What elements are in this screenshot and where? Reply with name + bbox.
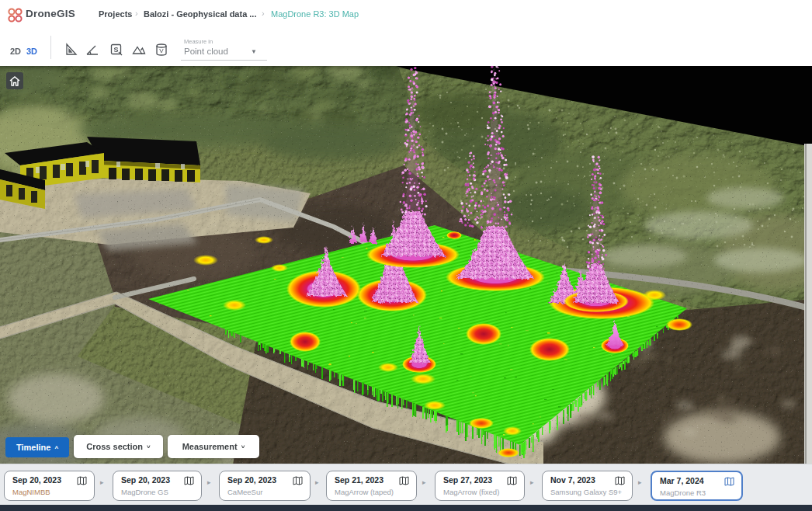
svg-text:S: S [113,46,118,54]
svg-text:V: V [159,47,164,54]
